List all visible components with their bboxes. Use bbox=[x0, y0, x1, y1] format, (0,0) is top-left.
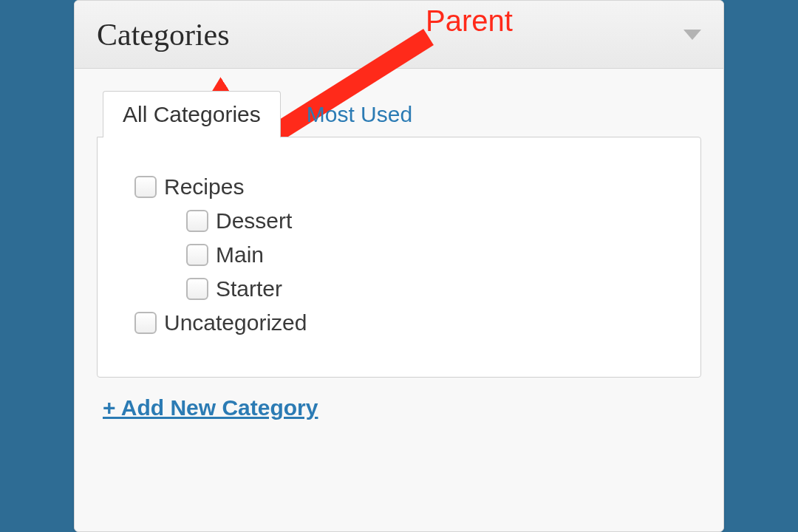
category-tabs: All Categories Most Used bbox=[97, 91, 701, 137]
category-list: Recipes Dessert Main Starter Uncategoriz… bbox=[97, 137, 701, 378]
list-item: Recipes bbox=[134, 174, 678, 200]
checkbox[interactable] bbox=[186, 244, 208, 266]
chevron-down-icon[interactable] bbox=[683, 30, 701, 40]
panel-header: Categories bbox=[75, 1, 723, 69]
tab-most-used[interactable]: Most Used bbox=[287, 91, 432, 137]
checkbox[interactable] bbox=[186, 278, 208, 300]
category-label: Dessert bbox=[216, 208, 292, 233]
annotation-parent-label: Parent bbox=[426, 4, 513, 38]
categories-panel: Categories All Categories Most Used Reci… bbox=[74, 0, 724, 532]
panel-body: All Categories Most Used Recipes Dessert… bbox=[75, 69, 723, 428]
list-item: Main bbox=[186, 242, 678, 267]
panel-title: Categories bbox=[97, 17, 230, 52]
checkbox[interactable] bbox=[134, 312, 157, 334]
category-label: Main bbox=[216, 242, 264, 267]
tab-all-categories[interactable]: All Categories bbox=[103, 91, 281, 137]
list-item: Dessert bbox=[186, 208, 678, 233]
category-label: Uncategorized bbox=[164, 310, 307, 335]
add-new-category-link[interactable]: + Add New Category bbox=[103, 395, 318, 420]
list-item: Uncategorized bbox=[134, 310, 678, 335]
category-label: Recipes bbox=[164, 174, 244, 200]
category-label: Starter bbox=[216, 276, 282, 301]
list-item: Starter bbox=[186, 276, 678, 301]
checkbox[interactable] bbox=[134, 176, 157, 198]
checkbox[interactable] bbox=[186, 210, 208, 232]
